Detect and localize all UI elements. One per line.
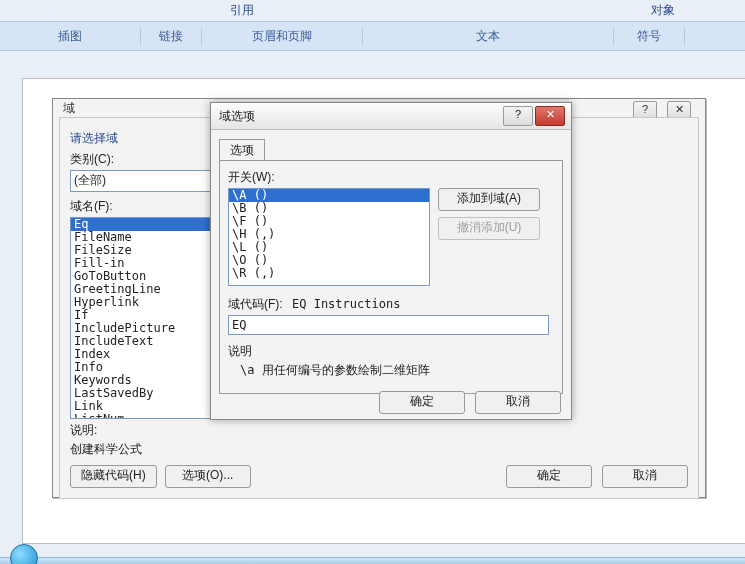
add-to-field-button[interactable]: 添加到域(A) xyxy=(438,188,540,211)
hide-codes-button[interactable]: 隐藏代码(H) xyxy=(70,465,157,488)
ribbon-group-illustrations: 插图 xyxy=(0,28,141,45)
ribbon-group-headerfooter: 页眉和页脚 xyxy=(202,28,363,45)
ribbon-tabs: 引用 对象 xyxy=(0,0,745,21)
close-icon[interactable]: ✕ xyxy=(535,106,565,126)
tab-options[interactable]: 选项 xyxy=(219,139,265,161)
help-icon[interactable]: ? xyxy=(503,106,533,126)
undo-add-button[interactable]: 撤消添加(U) xyxy=(438,217,540,240)
category-label: 类别(C): xyxy=(70,151,230,168)
field-options-dialog: 域选项 ? ✕ 选项 开关(W): \A ()\B ()\F ()\H (,)\… xyxy=(210,102,572,420)
field-code-hint: EQ Instructions xyxy=(292,297,400,311)
options-button[interactable]: 选项(O)... xyxy=(165,465,251,488)
ribbon-group-symbols: 符号 xyxy=(614,28,685,45)
field-code-label: 域代码(F): xyxy=(228,297,283,311)
ok-button[interactable]: 确定 xyxy=(379,391,465,414)
ribbon-object[interactable]: 对象 xyxy=(651,2,675,21)
taskbar xyxy=(0,557,745,564)
cancel-button[interactable]: 取消 xyxy=(475,391,561,414)
list-item[interactable]: ListNum xyxy=(71,413,221,419)
ribbon-group-links: 链接 xyxy=(141,28,202,45)
field-options-title: 域选项 xyxy=(219,108,255,125)
ribbon-tab-references[interactable]: 引用 xyxy=(230,2,254,21)
options-description-text: \a 用任何编号的参数绘制二维矩阵 xyxy=(228,362,554,379)
ok-button[interactable]: 确定 xyxy=(506,465,592,488)
category-select[interactable]: (全部) xyxy=(70,170,225,192)
description-label: 说明: xyxy=(70,422,142,439)
fieldnames-listbox[interactable]: EqFileNameFileSizeFill-inGoToButtonGreet… xyxy=(70,217,222,419)
description-text: 创建科学公式 xyxy=(70,441,142,458)
list-item[interactable]: \R (,) xyxy=(229,267,429,280)
cancel-button[interactable]: 取消 xyxy=(602,465,688,488)
ribbon-group-text: 文本 xyxy=(363,28,614,45)
list-item[interactable]: Hyperlink xyxy=(71,296,221,309)
fieldnames-label: 域名(F): xyxy=(70,198,230,215)
start-button[interactable] xyxy=(10,544,38,564)
select-field-heading: 请选择域 xyxy=(70,130,230,147)
options-description-label: 说明 xyxy=(228,343,554,360)
switch-label: 开关(W): xyxy=(228,169,554,186)
switches-listbox[interactable]: \A ()\B ()\F ()\H (,)\L ()\O ()\R (,) xyxy=(228,188,430,286)
ribbon-groups: 插图 链接 页眉和页脚 文本 符号 xyxy=(0,21,745,51)
field-code-input[interactable]: EQ xyxy=(228,315,549,335)
